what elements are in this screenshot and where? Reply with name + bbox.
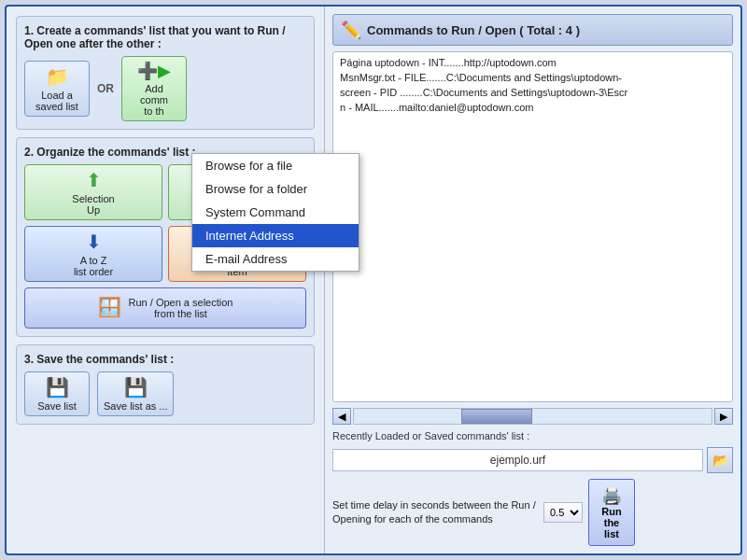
delay-text: Set time delay in seconds between the Ru…: [332, 498, 538, 527]
internet-address-item[interactable]: Internet Address: [192, 224, 359, 247]
save-list-as-label: Save list as ...: [104, 400, 167, 412]
right-panel: ✏️ Commands to Run / Open ( Total : 4 ) …: [324, 7, 740, 553]
left-panel: 1. Create a commands' list that you want…: [7, 7, 324, 553]
atoz-label: A to Zlist order: [74, 255, 113, 277]
step1-title: 1. Create a commands' list that you want…: [24, 24, 306, 50]
add-btn-label: Addcommto th: [140, 83, 168, 117]
load-saved-list-button[interactable]: 📁 Load asaved list: [24, 61, 90, 117]
list-item[interactable]: Página uptodown - INT.......http://uptod…: [336, 55, 729, 70]
sort-icon: ⬇: [86, 231, 102, 253]
run-list-button[interactable]: 🖨️ Runthelist: [588, 479, 635, 546]
up-arrow-icon: ⬆: [86, 169, 102, 191]
selection-up-button[interactable]: ⬆ SelectionUp: [24, 164, 162, 220]
commands-list[interactable]: Página uptodown - INT.......http://uptod…: [332, 51, 733, 402]
save-as-icon: 💾: [124, 376, 148, 399]
email-address-item[interactable]: E-mail Address: [192, 247, 359, 271]
add-command-button[interactable]: ➕▶ Addcommto th: [121, 56, 187, 121]
save-list-as-button[interactable]: 💾 Save list as ...: [97, 371, 174, 416]
list-item[interactable]: MsnMsgr.txt - FILE.......C:\Documents an…: [336, 70, 729, 85]
folder-icon: 📁: [46, 65, 69, 88]
printer-icon: 🖨️: [601, 485, 622, 506]
sel-up-label: SelectionUp: [72, 193, 114, 216]
save-list-button[interactable]: 💾 Save list: [24, 371, 90, 416]
windows-icon: 🪟: [98, 296, 121, 318]
delay-select[interactable]: 0.5 1 1.5 2 3 5: [543, 502, 583, 523]
list-item[interactable]: n - MAIL.......mailto:daniel@uptodown.co…: [336, 100, 729, 115]
step1-section: 1. Create a commands' list that you want…: [16, 16, 315, 130]
add-icon: ➕▶: [137, 61, 171, 81]
scroll-left-button[interactable]: ◀: [332, 408, 351, 425]
run-selection-button[interactable]: 🪟 Run / Open a selectionfrom the list: [24, 287, 306, 329]
recent-row: 📂: [332, 447, 733, 473]
scrollbar-row: ◀ ▶: [332, 408, 733, 425]
recent-browse-button[interactable]: 📂: [707, 447, 733, 473]
save-list-label: Save list: [37, 400, 77, 412]
run-sel-label: Run / Open a selectionfrom the list: [129, 297, 233, 319]
save-row: 💾 Save list 💾 Save list as ...: [24, 371, 306, 416]
recent-label: Recently Loaded or Saved commands' list …: [332, 430, 733, 441]
commands-header: ✏️ Commands to Run / Open ( Total : 4 ): [332, 14, 733, 46]
main-container: 1. Create a commands' list that you want…: [5, 5, 742, 555]
scrollbar-track[interactable]: [353, 408, 712, 425]
browse-file-item[interactable]: Browse for a file: [192, 154, 359, 177]
scrollbar-thumb[interactable]: [461, 409, 533, 424]
step3-section: 3. Save the commands' list : 💾 Save list…: [16, 344, 315, 425]
save-icon: 💾: [46, 376, 69, 399]
list-item[interactable]: screen - PID ........C:\Documents and Se…: [336, 85, 729, 100]
commands-title: Commands to Run / Open ( Total : 4 ): [367, 23, 580, 37]
dropdown-menu: Browse for a file Browse for a folder Sy…: [191, 153, 359, 272]
or-label: OR: [97, 82, 114, 95]
system-command-item[interactable]: System Command: [192, 201, 359, 224]
browse-folder-item[interactable]: Browse for a folder: [192, 177, 359, 201]
delay-row: Set time delay in seconds between the Ru…: [332, 479, 733, 546]
load-btn-label: Load asaved list: [35, 90, 78, 112]
run-list-label: Runthelist: [601, 506, 621, 539]
atoz-button[interactable]: ⬇ A to Zlist order: [24, 226, 162, 282]
folder-open-icon: 📂: [712, 453, 728, 468]
step3-title: 3. Save the commands' list :: [24, 353, 306, 366]
pencil-icon: ✏️: [341, 20, 361, 40]
scroll-right-button[interactable]: ▶: [714, 408, 733, 425]
recent-file-input[interactable]: [332, 449, 703, 471]
